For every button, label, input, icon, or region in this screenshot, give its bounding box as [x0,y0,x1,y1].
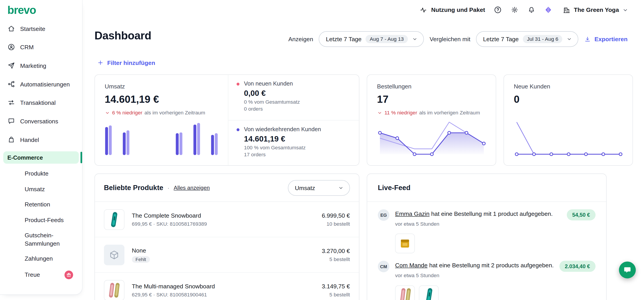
sidebar-item-label: Handel [20,136,39,143]
product-info: The Multi-managed Snowboard629,95 € · SK… [132,283,314,297]
product-row[interactable]: The Multi-managed Snowboard629,95 € · SK… [95,273,359,300]
new-customers-segment: Von neuen Kunden 0,00 € 0 % vom Gesamtum… [228,75,359,120]
product-orders: 5 bestellt [322,256,350,262]
page-title: Dashboard [94,30,151,42]
sidebar: brevo StartseiteCRMMarketingAutomatisier… [0,0,82,295]
sidebar-item-conversations[interactable]: Conversations [0,112,82,131]
bar-current [194,125,196,155]
sidebar-item-e-commerce[interactable]: E-Commerce [3,151,79,164]
help-icon[interactable] [494,6,502,14]
feed-entry: CMCom Mande hat eine Bestellung mit 2 pr… [367,253,606,300]
gear-icon[interactable] [510,6,519,14]
chevron-down-icon [622,7,628,13]
feed-message: hat eine Bestellung mit 2 products aufge… [428,262,554,269]
order-product-thumbnail [395,285,415,300]
sidebar-item-crm[interactable]: CRM [0,38,82,56]
sidebar-item-handel[interactable]: Handel [0,130,82,149]
snowboard-teal-image [104,210,124,229]
chevron-down-icon [338,185,344,191]
chat-launcher-button[interactable] [619,261,636,278]
product-thumbnail [104,280,124,300]
order-amount-badge: 2.034,40 € [560,261,596,272]
live-feed-card: Live-Feed EGEmma Gazin hat eine Bestellu… [367,173,606,300]
chevron-down-icon [338,185,344,191]
building-icon [563,6,571,14]
help-icon [494,6,502,14]
order-thumbnails [395,234,596,253]
add-filter-button[interactable]: Filter hinzufügen [97,59,155,66]
avatar: EG [378,209,389,221]
product-thumbnail [104,244,124,265]
sidebar-item-label: Retention [24,201,73,209]
date-range-select[interactable]: Letzte 7 Tage Aug 7 - Aug 13 [319,31,424,47]
sidebar-item-label: Startseite [20,25,45,32]
account-switcher[interactable]: The Green Yoga [563,6,628,14]
bestellungen-delta: 11 % niedriger als im vorherigen Zeitrau… [377,110,486,116]
sidebar-item-product-feeds[interactable]: Product-Feeds [0,212,82,228]
sidebar-item-retention[interactable]: Retention [0,197,82,212]
product-row[interactable]: The Complete Snowboard699,95 € · SKU: 81… [95,202,359,237]
umsatz-card: Umsatz 14.601,19 € 6 % niedriger als im … [94,74,359,166]
bar-group [122,122,130,155]
diamond-icon [544,6,552,14]
sidebar-item-label: Product-Feeds [24,216,73,224]
package-icon [109,249,120,260]
sidebar-item-label: Zahlungen [24,255,73,263]
usage-and-plan-link[interactable]: Nutzung und Paket [420,6,485,14]
caret-down-icon [105,110,110,115]
product-row[interactable]: NoneFehlt3.270,00 €5 bestellt [95,237,359,273]
feed-entry: EGEmma Gazin hat eine Bestellung mit 1 p… [367,202,606,253]
bell-icon [528,6,536,14]
lower-row: Beliebte Produkte · Alles anzeigen Umsat… [94,173,606,300]
bar-current [176,133,179,155]
sidebar-item-startseite[interactable]: Startseite [0,19,82,38]
bar-group [176,122,182,155]
product-orders: 5 bestellt [322,292,350,297]
umsatz-delta: 6 % niedriger als im vorherigen Zeitraum [105,110,218,116]
sidebar-item-gutschein-sammlungen[interactable]: Gutschein-Sammlungen [0,228,82,251]
sidebar-item-zahlungen[interactable]: Zahlungen [0,251,82,267]
export-button[interactable]: Exportieren [584,36,628,43]
returning-customers-label: Von wiederkehrenden Kunden [244,126,353,132]
automation-icon [8,80,15,88]
sidebar-item-marketing[interactable]: Marketing [0,56,82,75]
loyalty-gift-badge [64,270,73,279]
compare-range-select[interactable]: Letzte 7 Tage Jul 31 - Aug 6 [476,31,578,47]
new-customers-orders: 0 orders [244,106,353,112]
product-revenue: 3.270,00 € [322,247,350,254]
diamond-icon[interactable] [544,6,552,14]
new-customers-dot [236,83,240,86]
product-revenue: 3.149,75 € [322,283,350,289]
product-list: The Complete Snowboard699,95 € · SKU: 81… [95,202,359,300]
product-meta: 629,95 € · SKU: 8100581900461 [132,292,314,297]
returning-customers-orders: 17 orders [244,152,353,157]
product-values: 3.149,75 €5 bestellt [322,283,350,297]
bell-icon[interactable] [528,6,536,14]
sidebar-item-automatisierungen[interactable]: Automatisierungen [0,75,82,93]
sidebar-item-produkte[interactable]: Produkte [0,166,82,182]
live-feed-list: EGEmma Gazin hat eine Bestellung mit 1 p… [367,202,606,300]
umsatz-value: 14.601,19 € [105,93,218,105]
sidebar-item-transaktional[interactable]: Transaktional [0,93,82,112]
metric-select[interactable]: Umsatz [288,180,350,196]
sidebar-item-umsatz[interactable]: Umsatz [0,182,82,197]
topbar: Nutzung und Paket The Green Yoga [82,0,644,20]
customer-link[interactable]: Com Mande [395,262,428,269]
sidebar-item-treue[interactable]: Treue [0,267,82,283]
product-name: None [132,247,314,253]
chevron-down-icon [412,36,418,42]
bar-previous [109,125,112,155]
returning-customers-dot [236,128,240,131]
bar-previous [180,132,182,155]
product-meta: 699,95 € · SKU: 8100581769389 [132,221,314,227]
bestellungen-delta-value: 11 % niedriger [384,110,417,116]
alles-anzeigen-link[interactable]: Alles anzeigen [174,185,210,191]
sidebar-item-label: Transaktional [20,99,56,106]
customer-link[interactable]: Emma Gazin [395,210,430,217]
vergleichen-label: Vergleichen mit [430,36,470,42]
active-indicator [80,152,82,163]
brevo-logo[interactable]: brevo [0,0,82,19]
bar-group [140,122,147,155]
building-icon [563,6,571,14]
bestellungen-card: Bestellungen 17 11 % niedriger als im vo… [367,74,496,166]
